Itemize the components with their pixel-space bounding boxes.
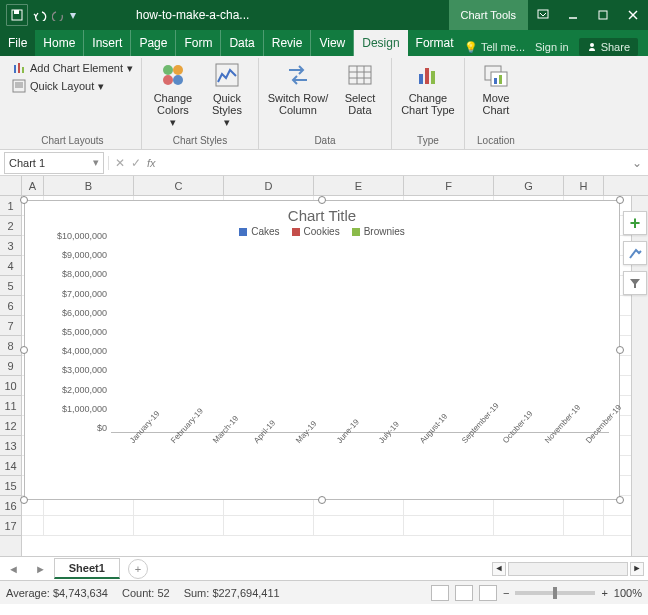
new-sheet-button[interactable]: +: [128, 559, 148, 579]
tab-view[interactable]: View: [311, 30, 354, 56]
group-label: Type: [398, 133, 458, 149]
select-data-button[interactable]: Select Data: [335, 60, 385, 116]
resize-handle[interactable]: [20, 196, 28, 204]
resize-handle[interactable]: [318, 196, 326, 204]
resize-handle[interactable]: [20, 496, 28, 504]
tab-form[interactable]: Form: [176, 30, 221, 56]
row-header[interactable]: 10: [0, 376, 21, 396]
resize-handle[interactable]: [616, 346, 624, 354]
tab-file[interactable]: File: [0, 30, 35, 56]
row-header[interactable]: 5: [0, 276, 21, 296]
column-header[interactable]: F: [404, 176, 494, 195]
enter-formula-icon[interactable]: ✓: [131, 156, 141, 170]
tell-me[interactable]: 💡 Tell me...: [464, 41, 525, 54]
resize-handle[interactable]: [318, 496, 326, 504]
sheet-nav-prev-icon[interactable]: ◄: [0, 563, 27, 575]
svg-point-15: [163, 75, 173, 85]
column-header[interactable]: C: [134, 176, 224, 195]
column-header[interactable]: B: [44, 176, 134, 195]
move-chart-button[interactable]: Move Chart: [471, 60, 521, 116]
tab-format[interactable]: Format: [408, 30, 462, 56]
tab-home[interactable]: Home: [35, 30, 84, 56]
tab-review[interactable]: Revie: [264, 30, 312, 56]
row-header[interactable]: 13: [0, 436, 21, 456]
scroll-right-icon[interactable]: ►: [630, 562, 644, 576]
sheet-nav-next-icon[interactable]: ►: [27, 563, 54, 575]
status-average: Average: $4,743,634: [6, 587, 108, 599]
y-tick-label: $0: [49, 423, 107, 433]
normal-view-button[interactable]: [431, 585, 449, 601]
chevron-down-icon: ▾: [127, 62, 133, 75]
redo-icon[interactable]: [52, 9, 66, 21]
zoom-in-button[interactable]: +: [601, 587, 607, 599]
chart-styles-button[interactable]: [623, 241, 647, 265]
scroll-left-icon[interactable]: ◄: [492, 562, 506, 576]
row-header[interactable]: 11: [0, 396, 21, 416]
row-header[interactable]: 1: [0, 196, 21, 216]
change-colors-button[interactable]: Change Colors▾: [148, 60, 198, 128]
quick-layout-button[interactable]: Quick Layout ▾: [10, 78, 106, 94]
row-header[interactable]: 9: [0, 356, 21, 376]
undo-icon[interactable]: [32, 9, 48, 21]
change-chart-type-button[interactable]: Change Chart Type: [398, 60, 458, 116]
column-header[interactable]: G: [494, 176, 564, 195]
chart-filters-button[interactable]: [623, 271, 647, 295]
row-header[interactable]: 2: [0, 216, 21, 236]
close-icon[interactable]: [618, 0, 648, 30]
name-box[interactable]: Chart 1▾: [4, 152, 104, 174]
chevron-down-icon: ▾: [98, 80, 104, 93]
row-header[interactable]: 17: [0, 516, 21, 536]
row-header[interactable]: 8: [0, 336, 21, 356]
minimize-icon[interactable]: [558, 0, 588, 30]
column-header[interactable]: E: [314, 176, 404, 195]
zoom-level[interactable]: 100%: [614, 587, 642, 599]
page-layout-view-button[interactable]: [455, 585, 473, 601]
sheet-tab[interactable]: Sheet1: [54, 558, 120, 579]
row-header[interactable]: 3: [0, 236, 21, 256]
formula-input[interactable]: [162, 152, 626, 174]
chart-elements-button[interactable]: +: [623, 211, 647, 235]
qat-dropdown-icon[interactable]: ▾: [70, 8, 76, 22]
maximize-icon[interactable]: [588, 0, 618, 30]
resize-handle[interactable]: [616, 496, 624, 504]
expand-formula-bar-icon[interactable]: ⌄: [626, 156, 648, 170]
column-header[interactable]: H: [564, 176, 604, 195]
resize-handle[interactable]: [616, 196, 624, 204]
quick-styles-button[interactable]: Quick Styles▾: [202, 60, 252, 128]
row-header[interactable]: 6: [0, 296, 21, 316]
save-icon[interactable]: [6, 4, 28, 26]
row-header[interactable]: 12: [0, 416, 21, 436]
chart-title[interactable]: Chart Title: [25, 201, 619, 226]
chevron-down-icon[interactable]: ▾: [93, 156, 99, 169]
tab-data[interactable]: Data: [221, 30, 263, 56]
x-tick-label: January-19: [128, 433, 160, 463]
chart-object[interactable]: + Chart Title $10,000,000$9,000,000$8,00…: [24, 200, 620, 500]
plot-area[interactable]: [111, 231, 609, 433]
document-name: how-to-make-a-cha...: [136, 8, 249, 22]
column-header[interactable]: A: [22, 176, 44, 195]
page-break-view-button[interactable]: [479, 585, 497, 601]
row-header[interactable]: 7: [0, 316, 21, 336]
sign-in[interactable]: Sign in: [535, 41, 569, 53]
column-header[interactable]: D: [224, 176, 314, 195]
row-header[interactable]: 4: [0, 256, 21, 276]
y-tick-label: $4,000,000: [49, 346, 107, 356]
tab-insert[interactable]: Insert: [84, 30, 131, 56]
fx-icon[interactable]: fx: [147, 157, 156, 169]
row-header[interactable]: 14: [0, 456, 21, 476]
x-tick-label: June-19: [335, 433, 367, 463]
zoom-out-button[interactable]: −: [503, 587, 509, 599]
zoom-slider[interactable]: [515, 591, 595, 595]
share-button[interactable]: Share: [579, 38, 638, 56]
tab-page[interactable]: Page: [131, 30, 176, 56]
row-header[interactable]: 15: [0, 476, 21, 496]
cancel-formula-icon[interactable]: ✕: [115, 156, 125, 170]
add-chart-element-button[interactable]: Add Chart Element ▾: [10, 60, 135, 76]
tab-design[interactable]: Design: [354, 30, 407, 56]
select-all-corner[interactable]: [0, 176, 22, 195]
horizontal-scrollbar[interactable]: ◄ ►: [492, 562, 648, 576]
resize-handle[interactable]: [20, 346, 28, 354]
row-header[interactable]: 16: [0, 496, 21, 516]
ribbon-options-icon[interactable]: [528, 0, 558, 30]
switch-row-column-button[interactable]: Switch Row/ Column: [265, 60, 331, 116]
